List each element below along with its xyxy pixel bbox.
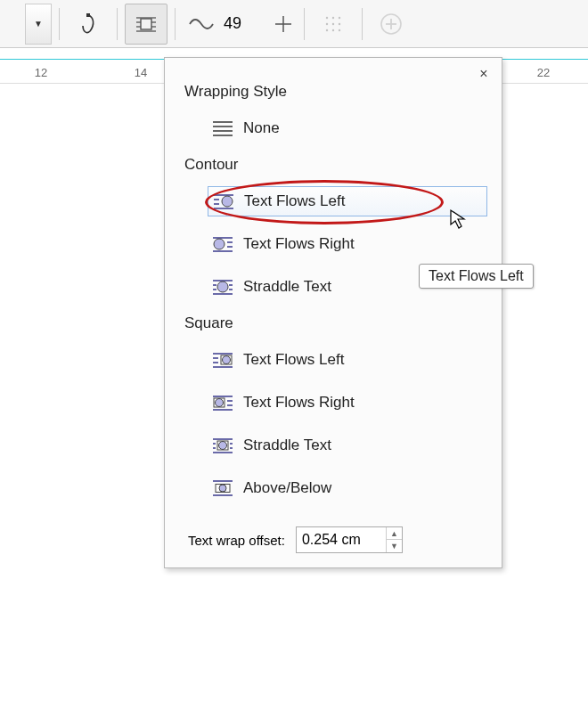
svg-point-13 xyxy=(339,22,340,24)
lines-icon xyxy=(211,118,234,138)
plus-circle-icon xyxy=(380,12,403,36)
toolbar-separator xyxy=(117,8,118,40)
add-button xyxy=(370,4,412,45)
wrap-text-button[interactable] xyxy=(125,4,167,45)
item-label: Above/Below xyxy=(243,479,331,497)
contour-right-icon xyxy=(211,234,234,254)
svg-point-46 xyxy=(223,356,231,364)
square-left-icon xyxy=(211,350,234,370)
tooltip: Text Flows Left xyxy=(419,264,534,289)
svg-point-40 xyxy=(217,281,228,292)
svg-point-16 xyxy=(339,29,340,30)
item-label: Straddle Text xyxy=(243,278,331,296)
item-label: Text Flows Left xyxy=(243,351,344,369)
svg-point-28 xyxy=(222,196,233,207)
svg-point-11 xyxy=(326,22,328,24)
svg-point-9 xyxy=(332,16,334,18)
rotation-input[interactable] xyxy=(220,11,270,37)
square-straddle-item[interactable]: Straddle Text xyxy=(208,430,487,461)
square-straddle-icon xyxy=(211,436,234,455)
wrapping-style-header: Wrapping Style xyxy=(184,83,487,101)
shape-node-icon xyxy=(78,12,99,37)
item-label: Text Flows Right xyxy=(243,394,355,412)
contour-text-flows-left-item[interactable]: Text Flows Left xyxy=(208,186,487,216)
svg-point-8 xyxy=(326,16,328,18)
svg-point-60 xyxy=(219,442,227,450)
square-text-flows-left-item[interactable]: Text Flows Left xyxy=(208,345,487,375)
wrap-style-panel: × Wrapping Style None Contour Text Flows… xyxy=(164,57,502,568)
svg-point-12 xyxy=(332,22,334,24)
ruler-tick: 12 xyxy=(35,66,47,79)
ruler-tick: 22 xyxy=(537,66,550,79)
crosshair-icon[interactable] xyxy=(275,16,291,32)
contour-left-icon xyxy=(212,192,235,211)
item-label: Straddle Text xyxy=(243,437,331,454)
text-wrap-offset-row: Text wrap offset: ▲ ▼ xyxy=(184,521,487,555)
grid-dots-icon xyxy=(323,14,343,34)
rotation-group xyxy=(183,11,297,37)
square-above-below-icon xyxy=(211,478,234,498)
square-header: Square xyxy=(184,314,487,332)
ruler-tick: 14 xyxy=(135,66,147,79)
svg-point-14 xyxy=(326,29,328,30)
svg-rect-5 xyxy=(141,19,151,29)
square-right-icon xyxy=(211,393,234,412)
offset-input[interactable] xyxy=(297,532,386,548)
svg-point-64 xyxy=(219,485,226,492)
offset-spinner[interactable]: ▲ ▼ xyxy=(386,527,402,552)
contour-text-flows-right-item[interactable]: Text Flows Right xyxy=(208,229,487,259)
toolbar-leading-button[interactable] xyxy=(4,4,23,45)
item-label: Text Flows Right xyxy=(243,235,355,253)
item-label: None xyxy=(243,119,280,137)
square-text-flows-right-item[interactable]: Text Flows Right xyxy=(208,388,487,418)
close-icon[interactable]: × xyxy=(475,65,493,83)
spinner-down-icon[interactable]: ▼ xyxy=(387,540,402,552)
contour-header: Contour xyxy=(184,156,487,174)
svg-point-10 xyxy=(339,16,340,18)
grid-snap-button xyxy=(312,4,355,45)
cursor-arrow-icon xyxy=(449,208,467,230)
square-above-below-item[interactable]: Above/Below xyxy=(208,473,487,503)
svg-point-15 xyxy=(332,29,334,30)
contour-straddle-icon xyxy=(211,277,234,297)
spinner-up-icon[interactable]: ▲ xyxy=(387,527,402,540)
svg-point-52 xyxy=(216,399,224,407)
svg-point-33 xyxy=(214,239,225,249)
toolbar-separator xyxy=(304,8,305,40)
offset-label: Text wrap offset: xyxy=(188,533,285,548)
wave-angle-icon xyxy=(188,15,215,33)
toolbar-separator xyxy=(362,8,363,40)
edit-shape-button[interactable] xyxy=(67,4,110,45)
wrap-text-icon xyxy=(135,14,158,34)
toolbar: ▼ xyxy=(0,0,588,48)
item-label: Text Flows Left xyxy=(244,192,345,210)
toolbar-separator xyxy=(175,8,176,40)
toolbar-separator xyxy=(59,8,60,40)
svg-rect-0 xyxy=(86,13,90,17)
offset-input-wrap: ▲ ▼ xyxy=(296,526,403,553)
wrap-none-item[interactable]: None xyxy=(208,113,487,143)
toolbar-dropdown-arrow[interactable]: ▼ xyxy=(25,4,52,45)
